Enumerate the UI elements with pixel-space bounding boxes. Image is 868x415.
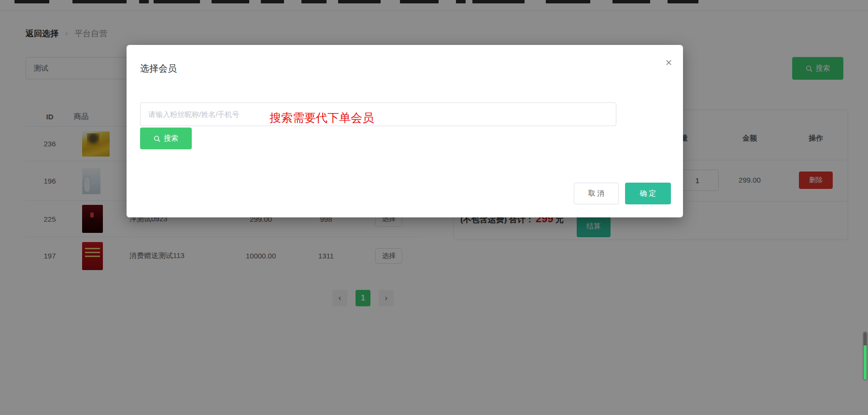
scrollbar-thumb[interactable]	[863, 331, 868, 381]
member-search-button[interactable]: 搜索	[140, 128, 192, 149]
annotation-text: 搜索需要代下单会员	[270, 110, 374, 126]
select-member-modal: 选择会员 ✕ 搜索需要代下单会员 搜索 取 消 确 定	[127, 45, 683, 217]
member-search-button-label: 搜索	[164, 134, 178, 143]
member-search-input[interactable]	[140, 102, 616, 126]
scrollbar-thumb-cap	[864, 332, 867, 345]
search-icon	[154, 135, 160, 142]
modal-title: 选择会员	[140, 62, 177, 75]
cancel-button[interactable]: 取 消	[574, 183, 619, 204]
confirm-button[interactable]: 确 定	[625, 183, 671, 204]
close-icon[interactable]: ✕	[665, 57, 672, 68]
